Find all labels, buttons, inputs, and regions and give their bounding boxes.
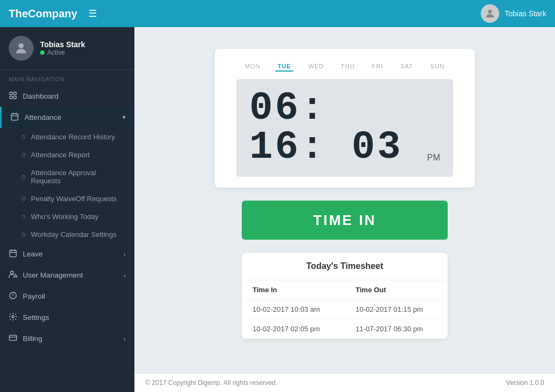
settings-icon	[9, 312, 17, 323]
sidebar-item-payroll-label: Payroll	[23, 292, 126, 300]
svg-rect-10	[10, 250, 16, 257]
attendance-icon	[10, 112, 19, 123]
dashboard-icon	[9, 91, 17, 101]
sidebar-subitem-attendance-approval[interactable]: Attendance Approval Requests	[0, 164, 134, 190]
sidebar-subitem-penalty-waiveoff[interactable]: Penalty WaiveOff Requests	[0, 190, 134, 208]
svg-point-1	[18, 43, 23, 48]
profile-status: Active	[40, 49, 85, 56]
cell-timein: 10-02-2017 02:05 pm	[242, 319, 345, 339]
sidebar-item-dashboard[interactable]: Dashboard	[0, 86, 134, 107]
circle-icon	[22, 233, 25, 236]
footer: © 2017 Copyright Digemp. All rights rese…	[134, 373, 555, 392]
profile-info: Tobias Stark Active	[40, 40, 85, 56]
clock-day-sat: SAT	[398, 62, 416, 72]
sidebar-profile: Tobias Stark Active	[0, 27, 134, 70]
timesheet-card: Today's Timesheet Time In Time Out 10-02…	[242, 253, 448, 339]
header-avatar	[481, 4, 499, 23]
sidebar-subitem-whos-working[interactable]: Who's Working Today	[0, 208, 134, 226]
chevron-left-icon: ‹	[124, 251, 126, 258]
sidebar-subitem-attendance-record-label: Attendance Record History	[31, 133, 115, 141]
clock-day-mon: MON	[243, 62, 263, 72]
svg-rect-19	[9, 335, 16, 340]
clock-widget: MON TUE WED THU FRI SAT SUN 06: 16: 03 P…	[215, 49, 475, 188]
sidebar-item-user-management-label: User Management	[23, 271, 118, 279]
cell-timein: 10-02-2017 10:03 am	[242, 300, 345, 319]
sidebar-item-billing-label: Billing	[23, 335, 118, 343]
status-label: Active	[47, 49, 65, 56]
sidebar-subitem-attendance-report[interactable]: Attendance Report	[0, 146, 134, 164]
sidebar-subitem-attendance-record[interactable]: Attendance Record History	[0, 128, 134, 146]
clock-day-thu: THU	[339, 62, 357, 72]
clock-time: 06: 16: 03	[249, 89, 424, 167]
sidebar-item-dashboard-label: Dashboard	[23, 92, 126, 100]
leave-icon	[9, 249, 17, 259]
circle-icon	[22, 215, 25, 219]
svg-rect-2	[10, 92, 12, 95]
profile-name: Tobias Stark	[40, 40, 85, 49]
sidebar-subitem-workday-calendar-label: Workday Calendar Settings	[31, 230, 117, 239]
header-username: Tobias Stark	[505, 9, 546, 18]
svg-rect-3	[14, 92, 16, 95]
clock-day-sun: SUN	[428, 62, 447, 72]
app-title: TheCompany	[9, 8, 78, 20]
svg-point-0	[488, 10, 492, 14]
sidebar-item-billing[interactable]: Billing ‹	[0, 328, 134, 349]
chevron-left-icon3: ‹	[124, 336, 126, 342]
users-icon	[9, 270, 17, 280]
chevron-left-icon2: ‹	[124, 272, 126, 279]
sidebar-item-payroll[interactable]: Payroll	[0, 286, 134, 307]
svg-point-18	[12, 316, 14, 318]
sidebar-item-attendance-label: Attendance	[24, 113, 117, 121]
sidebar-subitem-attendance-approval-label: Attendance Approval Requests	[31, 169, 126, 185]
header-right: Tobias Stark	[481, 4, 546, 23]
clock-hours: 06	[249, 86, 300, 131]
clock-day-tue: TUE	[275, 62, 293, 72]
timein-button[interactable]: TIME IN	[242, 201, 448, 240]
sidebar-subitem-attendance-report-label: Attendance Report	[31, 151, 89, 159]
sidebar: Tobias Stark Active MAIN NAVIGATION Dash…	[0, 27, 134, 392]
clock-day-fri: FRI	[370, 62, 385, 72]
col-timeout: Time Out	[345, 280, 448, 300]
top-header: TheCompany ☰ Tobias Stark	[0, 0, 555, 27]
version: Version 1.0.0	[506, 379, 544, 387]
hamburger-icon[interactable]: ☰	[88, 8, 97, 20]
svg-point-14	[10, 271, 13, 274]
timesheet-title: Today's Timesheet	[242, 253, 448, 280]
sidebar-item-settings[interactable]: Settings	[0, 307, 134, 328]
main-content: MON TUE WED THU FRI SAT SUN 06: 16: 03 P…	[134, 27, 555, 392]
billing-icon	[9, 333, 17, 344]
cell-timeout: 10-02-2017 01:15 pm	[345, 300, 448, 319]
avatar	[9, 36, 34, 61]
col-timein: Time In	[242, 280, 345, 300]
sidebar-subitem-workday-calendar[interactable]: Workday Calendar Settings	[0, 226, 134, 243]
circle-icon	[22, 175, 25, 179]
table-row: 10-02-2017 10:03 am 10-02-2017 01:15 pm	[242, 300, 448, 319]
svg-rect-6	[11, 114, 18, 120]
payroll-icon	[9, 291, 17, 301]
content-area: MON TUE WED THU FRI SAT SUN 06: 16: 03 P…	[134, 27, 555, 373]
clock-ampm: PM	[427, 153, 440, 163]
circle-icon	[22, 135, 25, 139]
clock-display: 06: 16: 03 PM	[236, 79, 453, 177]
sidebar-item-attendance[interactable]: Attendance ▾	[0, 107, 134, 128]
sidebar-item-user-management[interactable]: User Management ‹	[0, 265, 134, 286]
clock-day-wed: WED	[306, 62, 326, 72]
clock-seconds: 03	[352, 125, 403, 170]
sidebar-item-settings-label: Settings	[23, 313, 126, 322]
svg-rect-4	[10, 96, 12, 99]
clock-days: MON TUE WED THU FRI SAT SUN	[236, 62, 453, 72]
cell-timeout: 11-07-2017 06:30 pm	[345, 319, 448, 339]
chevron-down-icon: ▾	[122, 114, 126, 121]
sidebar-subitem-penalty-waiveoff-label: Penalty WaiveOff Requests	[31, 195, 117, 203]
timesheet-table: Time In Time Out 10-02-2017 10:03 am 10-…	[242, 280, 448, 339]
sidebar-item-leave[interactable]: Leave ‹	[0, 243, 134, 265]
circle-icon	[22, 153, 25, 157]
copyright: © 2017 Copyright Digemp. All rights rese…	[145, 379, 278, 387]
status-dot	[40, 50, 44, 55]
circle-icon	[22, 197, 25, 201]
sidebar-item-leave-label: Leave	[23, 250, 118, 258]
table-row: 10-02-2017 02:05 pm 11-07-2017 06:30 pm	[242, 319, 448, 339]
nav-section-label: MAIN NAVIGATION	[0, 70, 134, 86]
layout: Tobias Stark Active MAIN NAVIGATION Dash…	[0, 27, 555, 392]
svg-rect-5	[14, 96, 16, 99]
